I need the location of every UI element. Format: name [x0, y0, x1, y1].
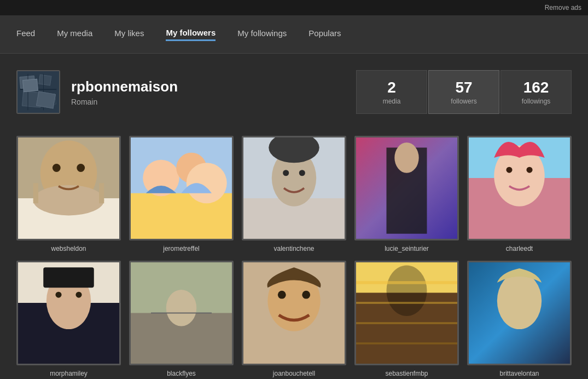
follower-item-morphamiley[interactable]: morphamiley [16, 261, 121, 377]
svg-point-30 [394, 142, 418, 173]
followers-grid-section: websheldonjerometreffelvalentincheneluci… [0, 125, 588, 379]
svg-rect-4 [42, 94, 56, 106]
follower-item-lucie_seinturier[interactable]: lucie_seinturier [354, 136, 459, 252]
followers-grid: websheldonjerometreffelvalentincheneluci… [16, 136, 572, 377]
stat-followings-number: 162 [523, 79, 549, 96]
follower-photo-lucie_seinturier [354, 136, 459, 240]
follower-photo-websheldon [16, 136, 121, 240]
stat-followings-label: followings [522, 97, 551, 105]
profile-info: rpbonnemaison Romain [71, 78, 178, 106]
follower-photo-charleedt [467, 136, 572, 240]
stat-followers-number: 57 [455, 79, 472, 96]
avatar [16, 70, 60, 114]
follower-item-joanbouchetell[interactable]: joanbouchetell [242, 261, 346, 377]
stat-media-number: 2 [387, 79, 396, 96]
follower-item-blackflyes[interactable]: blackflyes [129, 261, 234, 377]
nav-feed[interactable]: Feed [16, 28, 35, 40]
follower-photo-joanbouchetell [242, 261, 346, 365]
svg-rect-1 [20, 76, 35, 88]
profile-stats: 2 media 57 followers 162 followings [356, 70, 572, 114]
stat-followings[interactable]: 162 followings [500, 70, 572, 114]
follower-photo-jerometreffel [129, 136, 234, 240]
avatar-svg [18, 71, 59, 113]
svg-point-12 [53, 164, 61, 172]
svg-point-50 [302, 291, 310, 299]
stat-media[interactable]: 2 media [356, 70, 427, 114]
nav-my-followings[interactable]: My followings [237, 28, 287, 40]
follower-item-jerometreffel[interactable]: jerometreffel [129, 136, 234, 252]
follower-username-blackflyes: blackflyes [167, 370, 196, 377]
svg-point-41 [75, 292, 81, 298]
follower-item-websheldon[interactable]: websheldon [16, 136, 121, 252]
svg-point-60 [497, 273, 542, 330]
follower-username-jerometreffel: jerometreffel [163, 245, 199, 252]
nav-populars[interactable]: Populars [308, 28, 341, 40]
follower-username-valentinchene: valentinchene [273, 245, 314, 252]
follower-username-charleedt: charleedt [506, 245, 533, 252]
svg-rect-3 [22, 91, 41, 107]
follower-photo-brittavelontan [467, 261, 572, 365]
profile-left: rpbonnemaison Romain [16, 70, 178, 114]
follower-username-brittavelontan: brittavelontan [499, 370, 539, 377]
svg-point-25 [299, 170, 305, 176]
svg-rect-2 [39, 74, 51, 85]
svg-point-24 [283, 170, 289, 176]
nav-my-media[interactable]: My media [57, 28, 92, 40]
svg-point-53 [387, 266, 427, 317]
svg-rect-15 [99, 183, 104, 203]
follower-username-sebastienfmbp: sebastienfmbp [385, 370, 428, 377]
svg-rect-14 [33, 183, 38, 203]
follower-photo-blackflyes [129, 261, 234, 365]
profile-display-name: Romain [71, 97, 178, 106]
stat-followers-label: followers [451, 97, 476, 105]
stat-followers[interactable]: 57 followers [428, 70, 499, 114]
follower-username-lucie_seinturier: lucie_seinturier [385, 245, 429, 252]
svg-point-35 [526, 167, 532, 173]
follower-photo-morphamiley [16, 261, 121, 365]
svg-point-20 [187, 163, 227, 203]
follower-username-websheldon: websheldon [51, 245, 86, 252]
top-bar: Remove ads [0, 0, 588, 15]
follower-item-charleedt[interactable]: charleedt [467, 136, 572, 252]
svg-point-34 [506, 167, 512, 173]
profile-section: rpbonnemaison Romain 2 media 57 follower… [0, 54, 588, 125]
nav-my-followers[interactable]: My followers [166, 28, 216, 41]
nav-my-likes[interactable]: My likes [114, 28, 144, 40]
follower-item-valentinchene[interactable]: valentinchene [242, 136, 346, 252]
svg-point-40 [55, 292, 61, 298]
main-nav: Feed My media My likes My followers My f… [0, 15, 588, 54]
svg-point-44 [166, 290, 197, 326]
svg-point-13 [77, 164, 85, 172]
follower-username-morphamiley: morphamiley [50, 370, 88, 377]
remove-ads-link[interactable]: Remove ads [545, 4, 581, 12]
stat-media-label: media [383, 97, 401, 105]
follower-username-joanbouchetell: joanbouchetell [273, 370, 315, 377]
follower-photo-valentinchene [242, 136, 346, 240]
avatar-image [18, 71, 59, 113]
profile-username: rpbonnemaison [71, 78, 178, 95]
follower-item-brittavelontan[interactable]: brittavelontan [467, 261, 572, 377]
svg-rect-39 [43, 267, 94, 288]
follower-photo-sebastienfmbp [354, 261, 459, 365]
follower-item-sebastienfmbp[interactable]: sebastienfmbp [354, 261, 459, 377]
svg-point-49 [278, 291, 286, 299]
